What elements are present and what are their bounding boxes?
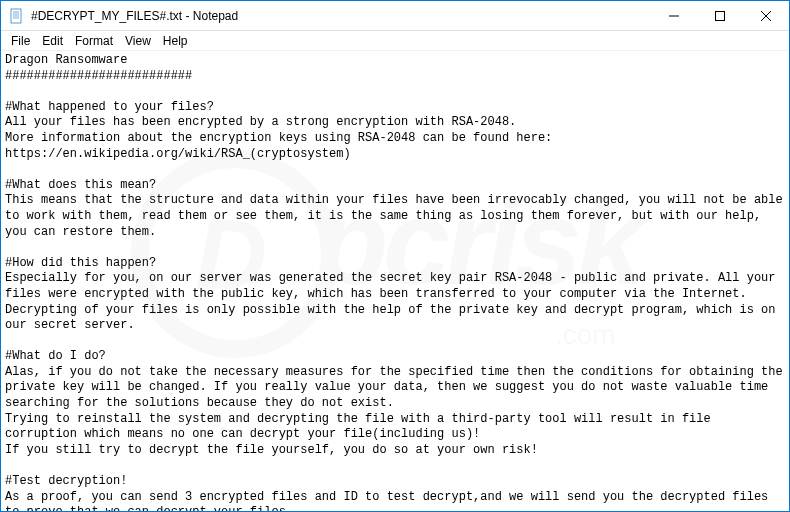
titlebar: #DECRYPT_MY_FILES#.txt - Notepad: [1, 1, 789, 31]
menu-edit[interactable]: Edit: [36, 32, 69, 50]
menu-file[interactable]: File: [5, 32, 36, 50]
notepad-window: #DECRYPT_MY_FILES#.txt - Notepad File Ed…: [0, 0, 790, 512]
menubar: File Edit Format View Help: [1, 31, 789, 50]
window-title: #DECRYPT_MY_FILES#.txt - Notepad: [31, 9, 651, 23]
close-button[interactable]: [743, 1, 789, 30]
text-content[interactable]: Dragon Ransomware ######################…: [1, 50, 789, 511]
svg-rect-6: [716, 11, 725, 20]
menu-help[interactable]: Help: [157, 32, 194, 50]
minimize-button[interactable]: [651, 1, 697, 30]
menu-view[interactable]: View: [119, 32, 157, 50]
window-controls: [651, 1, 789, 30]
notepad-icon: [9, 8, 25, 24]
maximize-button[interactable]: [697, 1, 743, 30]
menu-format[interactable]: Format: [69, 32, 119, 50]
